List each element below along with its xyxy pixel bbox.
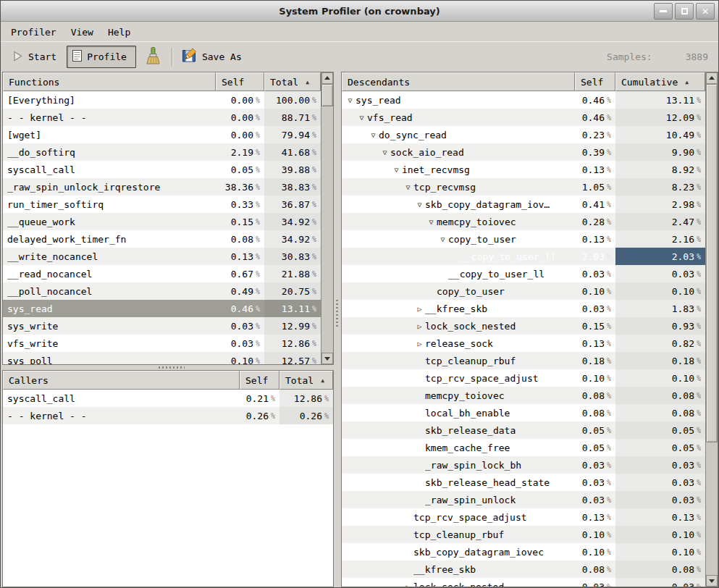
descendants-column-header[interactable]: Descendants [342,72,575,91]
table-row[interactable]: _raw_spin_unlock_irqrestore38.36%38.83% [3,178,321,196]
expander-closed-icon[interactable]: ▷ [414,322,425,330]
expander-open-icon[interactable]: ▽ [379,148,390,156]
expander-open-icon[interactable]: ▽ [356,114,367,122]
titlebar[interactable]: System Profiler (on crownbay) ✕ [1,1,718,22]
function-name: ▷lock_sock_nested [342,578,575,587]
tree-row[interactable]: tcp_cleanup_rbuf0.10%0.10% [342,526,705,543]
tree-row[interactable]: ▽skb_copy_datagram_iov…0.41%2.98% [342,196,705,213]
table-row[interactable]: __queue_work0.15%34.92% [3,213,321,230]
scroll-down-button[interactable] [706,575,718,587]
table-row[interactable]: __do_softirq2.19%41.68% [3,143,321,161]
tree-row[interactable]: skb_release_data0.05%0.05% [342,421,705,439]
table-row[interactable]: sys_write0.03%12.99% [3,317,321,335]
tree-row[interactable]: ▷release_sock0.13%0.82% [342,335,705,352]
table-row[interactable]: delayed_work_timer_fn0.08%34.92% [3,230,321,248]
self-column-header[interactable]: Self [216,72,264,91]
total-column-header[interactable]: Total▲ [264,72,321,91]
expander-open-icon[interactable]: ▽ [391,166,402,174]
tree-row[interactable]: memcpy_toiovec0.08%0.08% [342,387,705,404]
tree-row[interactable]: ▷lock_sock_nested0.03%0.03% [342,578,705,587]
table-row[interactable]: sys_read0.46%13.11% [3,300,321,317]
percent-value: 0.46% [575,109,615,126]
menu-profiler[interactable]: Profiler [4,25,64,40]
table-row[interactable]: vfs_write0.03%12.86% [3,335,321,352]
percent-value: 2.98% [615,196,705,213]
tree-row[interactable]: _raw_spin_unlock0.03%0.03% [342,491,705,508]
tree-row[interactable]: copy_to_user0.10%0.10% [342,282,705,300]
cumulative-column-header[interactable]: Cumulative▲ [615,72,705,91]
functions-scrollbar[interactable] [321,72,333,364]
percent-value: 0.08% [615,404,705,421]
total-column-header[interactable]: Total▲ [279,371,333,390]
tree-row[interactable]: _raw_spin_lock_bh0.03%0.03% [342,456,705,474]
tree-row[interactable]: ▽do_sync_read0.23%10.49% [342,126,705,143]
expander-open-icon[interactable]: ▽ [345,96,356,104]
tree-row[interactable]: skb_copy_datagram_iovec0.10%0.10% [342,543,705,560]
tree-row[interactable]: ▽vfs_read0.46%12.09% [342,109,705,126]
expander-closed-icon[interactable]: ▷ [414,305,425,313]
tree-row[interactable]: tcp_rcv_space_adjust0.13%0.13% [342,508,705,526]
tree-row[interactable]: __copy_to_user_ll2.03%2.03% [342,248,705,265]
expander-closed-icon[interactable]: ▷ [403,583,413,587]
tree-row[interactable]: __kfree_skb0.08%0.08% [342,560,705,578]
tree-row[interactable]: ▽memcpy_toiovec0.28%2.47% [342,213,705,230]
table-row[interactable]: __read_nocancel0.67%21.88% [3,265,321,282]
clear-brush-button[interactable] [143,46,164,69]
close-button[interactable]: ✕ [696,3,715,20]
start-button[interactable]: Start [8,48,61,67]
sort-arrow-icon: ▲ [685,79,689,85]
expander-open-icon[interactable]: ▽ [414,201,425,209]
functions-column-header[interactable]: Functions [3,72,216,91]
menu-view[interactable]: View [64,25,101,40]
tree-row[interactable]: kmem_cache_free0.05%0.05% [342,439,705,456]
tree-row[interactable]: local_bh_enable0.08%0.08% [342,404,705,421]
percent-value: 0.10% [216,352,264,364]
vertical-pane-divider[interactable] [334,72,341,587]
profile-toggle-button[interactable]: Profile [67,46,136,68]
arrow-up-icon [709,76,715,80]
table-row[interactable]: - - kernel - -0.26%0.26% [3,407,333,424]
expander-open-icon[interactable]: ▽ [403,183,413,191]
table-row[interactable]: syscall_call0.05%39.88% [3,161,321,178]
tree-row[interactable]: tcp_rcv_space_adjust0.10%0.10% [342,369,705,387]
expander-open-icon[interactable]: ▽ [426,218,437,226]
self-column-header[interactable]: Self [575,72,615,91]
horizontal-pane-divider[interactable] [2,365,334,370]
tree-row[interactable]: ▽tcp_recvmsg1.05%8.23% [342,178,705,196]
tree-row[interactable]: ▽inet_recvmsg0.13%8.92% [342,161,705,178]
percent-value: 88.71% [264,109,321,126]
tree-row[interactable]: ▽sock_aio_read0.39%9.90% [342,143,705,161]
maximize-button[interactable] [675,3,694,20]
scroll-down-button[interactable] [321,353,333,364]
tree-row[interactable]: ▷lock_sock_nested0.15%0.93% [342,317,705,335]
menu-help[interactable]: Help [101,25,138,40]
table-row[interactable]: - - kernel - -0.00%88.71% [3,109,321,126]
save-as-button[interactable]: Save As [181,48,242,66]
table-row[interactable]: __poll_nocancel0.49%20.75% [3,282,321,300]
scroll-up-button[interactable] [706,72,718,84]
minimize-button[interactable] [654,3,673,20]
function-name: __write_nocancel [3,248,216,265]
function-name: _raw_spin_lock_bh [342,456,575,474]
tree-row[interactable]: ▽sys_read0.46%13.11% [342,91,705,109]
callers-column-header[interactable]: Callers [3,371,240,390]
expander-open-icon[interactable]: ▽ [368,131,379,139]
scroll-up-button[interactable] [321,72,333,84]
scrollbar-thumb[interactable] [706,84,718,442]
tree-row[interactable]: skb_release_head_state0.03%0.03% [342,474,705,491]
descendants-scrollbar[interactable] [705,72,718,587]
table-row[interactable]: [wget]0.00%79.94% [3,126,321,143]
tree-row[interactable]: tcp_cleanup_rbuf0.18%0.18% [342,352,705,369]
table-row[interactable]: sys_poll0.10%12.57% [3,352,321,364]
table-row[interactable]: syscall_call0.21%12.86% [3,390,333,407]
table-row[interactable]: __write_nocancel0.13%30.83% [3,248,321,265]
tree-row[interactable]: __copy_to_user_ll0.03%0.03% [342,265,705,282]
expander-open-icon[interactable]: ▽ [437,235,448,243]
tree-row[interactable]: ▷__kfree_skb0.03%1.83% [342,300,705,317]
scrollbar-thumb[interactable] [321,84,333,106]
expander-closed-icon[interactable]: ▷ [414,340,425,348]
tree-row[interactable]: ▽copy_to_user0.13%2.16% [342,230,705,248]
table-row[interactable]: [Everything]0.00%100.00% [3,91,321,109]
table-row[interactable]: run_timer_softirq0.33%36.87% [3,196,321,213]
self-column-header[interactable]: Self [240,371,279,390]
